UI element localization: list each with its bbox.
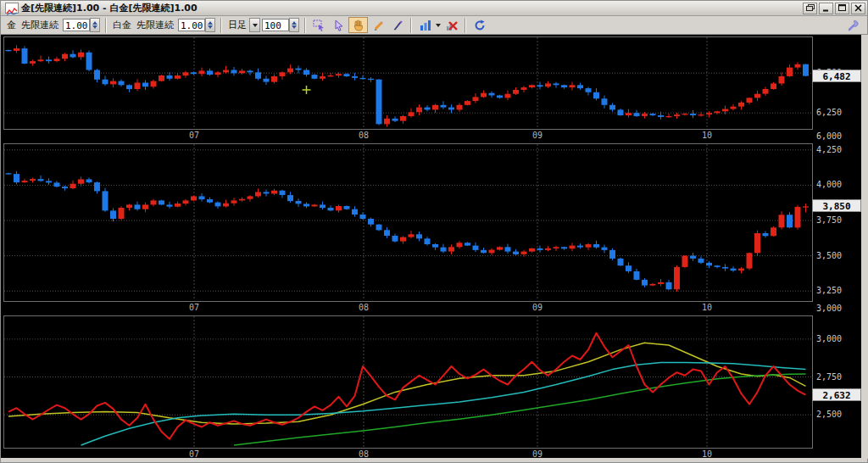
y-axis-label: 3,500	[816, 251, 860, 260]
refresh-button[interactable]	[470, 17, 489, 33]
platinum-series-label: 先限連続	[136, 19, 174, 31]
bar-count-spinner[interactable]: 100	[262, 18, 299, 32]
titlebar: 金[先限連続]1.00 - 白金[先限連続]1.00	[1, 1, 867, 16]
y-axis-label: 3,000	[816, 334, 860, 343]
bar-count-value[interactable]: 100	[262, 19, 289, 31]
y-axis-label: 6,250	[816, 108, 860, 117]
platinum-symbol-label: 白金	[113, 19, 131, 31]
svg-text:07: 07	[189, 303, 199, 312]
svg-text:07: 07	[189, 131, 199, 140]
y-axis-label: 3,750	[816, 215, 860, 225]
platinum-price-badge: 3,850	[812, 199, 861, 212]
delete-chart-button[interactable]	[442, 17, 461, 33]
bar-count-spin-buttons[interactable]	[289, 18, 299, 32]
gold-series-label: 先限連続	[21, 19, 58, 31]
toolbar: 金 先限連続 1.00 白金 先限連続 1.00 日足 100	[1, 16, 867, 35]
spread-price-badge: 2,632	[812, 388, 861, 401]
chart-type-button[interactable]	[415, 17, 435, 33]
gold-price-badge: 6,482	[812, 70, 861, 82]
separator	[465, 18, 466, 33]
hand-tool-button[interactable]	[348, 17, 368, 33]
pen-tool-button[interactable]	[387, 17, 407, 33]
period-dropdown-button[interactable]	[249, 18, 260, 32]
platinum-ratio-spinner[interactable]: 1.00	[178, 18, 215, 32]
right-frame-strip	[861, 35, 868, 459]
svg-text:08: 08	[359, 131, 369, 140]
close-button[interactable]	[851, 3, 865, 14]
y-axis-label: 2,500	[816, 410, 860, 419]
separator	[304, 18, 306, 33]
app-chart-icon	[5, 3, 19, 14]
window-title: 金[先限連続]1.00 - 白金[先限連続]1.00	[21, 2, 198, 14]
gold-ratio-spinner[interactable]: 1.00	[63, 18, 100, 32]
float-window-button[interactable]	[803, 3, 817, 14]
pencil-tool-button[interactable]	[368, 17, 387, 33]
svg-text:09: 09	[532, 131, 542, 140]
y-axis-label: 4,250	[816, 145, 860, 154]
separator	[410, 18, 412, 33]
pointer-tool-button[interactable]	[329, 17, 348, 33]
chart-window: 金[先限連続]1.00 - 白金[先限連続]1.00 金 先限連続 1.00 白…	[0, 0, 868, 463]
y-axis-label: 6,000	[816, 131, 860, 141]
gold-symbol-label: 金	[7, 19, 16, 31]
bottom-frame-strip	[1, 458, 867, 462]
platinum-ratio-spin-buttons[interactable]	[205, 18, 215, 32]
minimize-button[interactable]	[819, 3, 833, 14]
y-axis-label: 3,000	[816, 304, 860, 313]
separator	[105, 18, 107, 33]
svg-text:10: 10	[702, 303, 712, 312]
platinum-ratio-value[interactable]: 1.00	[178, 19, 205, 31]
y-axis-label: 2,750	[816, 372, 860, 382]
separator	[220, 18, 222, 33]
svg-text:09: 09	[532, 303, 542, 312]
gold-ratio-spin-buttons[interactable]	[90, 18, 100, 32]
charts-area[interactable]: 日付:2021/10/18 始値:6,556 高値:6,557 安値:6,480…	[2, 35, 868, 459]
gold-ratio-value[interactable]: 1.00	[63, 19, 90, 31]
gold-chart: 07080910	[3, 36, 813, 142]
y-axis-label: 4,000	[816, 180, 860, 189]
y-axis-label: 3,250	[816, 286, 860, 295]
svg-text:10: 10	[702, 131, 712, 140]
settings-wrench-button[interactable]	[844, 17, 864, 33]
platinum-chart: 07080910	[3, 143, 813, 315]
maximize-button[interactable]	[835, 3, 849, 14]
spread-chart: 07080910	[3, 315, 813, 459]
svg-text:08: 08	[359, 303, 369, 312]
box-select-tool-button[interactable]	[309, 17, 329, 33]
period-label: 日足	[228, 19, 247, 31]
chart-type-dropdown-button[interactable]	[435, 18, 442, 32]
